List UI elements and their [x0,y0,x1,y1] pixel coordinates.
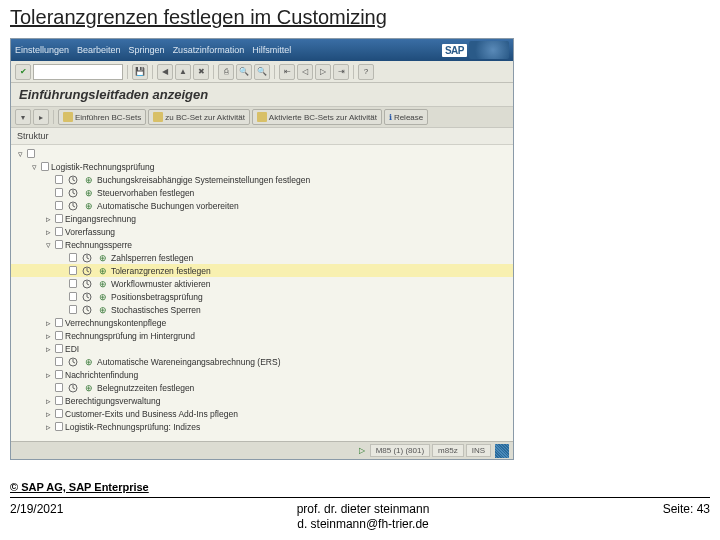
tree-row[interactable]: ⊕Stochastisches Sperren [11,303,513,316]
help-icon[interactable]: ? [358,64,374,80]
expand-toggle-icon[interactable]: ▹ [43,344,53,354]
info-icon: ℹ [389,113,392,122]
clock-icon [81,253,93,263]
menu-bearbeiten[interactable]: Bearbeiten [77,45,121,55]
back-icon[interactable]: ◀ [157,64,173,80]
exec-icon: ⊕ [83,188,95,198]
tree-label: Steuervorhaben festlegen [97,188,194,198]
command-field[interactable] [33,64,123,80]
tree-row[interactable]: ▹EDI [11,342,513,355]
prev-page-icon[interactable]: ◁ [297,64,313,80]
clock-icon [67,357,79,367]
expand-toggle-icon[interactable]: ▹ [43,331,53,341]
author-line1: prof. dr. dieter steinmann [63,502,662,517]
doc-icon [69,305,77,314]
clock-icon [81,292,93,302]
tree-row[interactable]: ⊕Steuervorhaben festlegen [11,186,513,199]
first-page-icon[interactable]: ⇤ [279,64,295,80]
tree-row[interactable]: ▹Customer-Exits und Business Add-Ins pfl… [11,407,513,420]
tree-row[interactable]: ▹Vorerfassung [11,225,513,238]
tree-row[interactable]: ▹Verrechnungskontenpflege [11,316,513,329]
tree-row[interactable]: ⊕Automatische Buchungen vorbereiten [11,199,513,212]
resize-grip-icon[interactable] [495,444,509,458]
clock-icon [81,279,93,289]
bcset-button-3[interactable]: Aktivierte BC-Sets zur Aktivität [252,109,382,125]
collapse-icon[interactable]: ▸ [33,109,49,125]
doc-icon [69,253,77,262]
tree-label: Automatische Buchungen vorbereiten [97,201,239,211]
tree-row[interactable]: ▹Logistik-Rechnungsprüfung: Indizes [11,420,513,433]
exec-icon: ⊕ [97,305,109,315]
tree-header: Struktur [11,128,513,145]
menu-einstellungen[interactable]: Einstellungen [15,45,69,55]
folder-icon [153,112,163,122]
tree-row[interactable]: ⊕Positionsbetragsprüfung [11,290,513,303]
doc-icon [55,318,63,327]
expand-toggle-icon[interactable]: ▿ [29,162,39,172]
tree-row[interactable]: ⊕Workflowmuster aktivieren [11,277,513,290]
expand-toggle-icon[interactable]: ▹ [43,370,53,380]
next-page-icon[interactable]: ▷ [315,64,331,80]
menu-springen[interactable]: Springen [129,45,165,55]
expand-toggle-icon[interactable]: ▹ [43,396,53,406]
expand-toggle-icon[interactable]: ▹ [43,227,53,237]
exec-icon: ⊕ [83,383,95,393]
tree-label: Buchungskreisabhängige Systemeinstellung… [97,175,310,185]
doc-icon [69,279,77,288]
expand-toggle-icon[interactable]: ▿ [15,149,25,159]
menubar[interactable]: Einstellungen Bearbeiten Springen Zusatz… [15,45,291,55]
tree-row[interactable]: ▹Eingangsrechnung [11,212,513,225]
release-button[interactable]: ℹRelease [384,109,428,125]
menu-hilfsmittel[interactable]: Hilfsmittel [252,45,291,55]
statusbar: ▷ M85 (1) (801) m85z INS [11,441,513,459]
tree-label: Stochastisches Sperren [111,305,201,315]
expand-toggle-icon[interactable]: ▿ [43,240,53,250]
tree-row[interactable]: ▹Berechtigungsverwaltung [11,394,513,407]
tree-row[interactable]: ⊕Zahlsperren festlegen [11,251,513,264]
print-icon[interactable]: ⎙ [218,64,234,80]
expand-toggle-icon[interactable]: ▹ [43,422,53,432]
expand-toggle-icon[interactable]: ▹ [43,409,53,419]
expand-toggle-icon[interactable]: ▹ [43,318,53,328]
tree-row[interactable]: ▹Rechnungsprüfung im Hintergrund [11,329,513,342]
doc-icon [41,162,49,171]
exit-icon[interactable]: ▲ [175,64,191,80]
tree-row[interactable]: ⊕Automatische Wareneingangsabrechnung (E… [11,355,513,368]
footer-author: prof. dr. dieter steinmann d. steinmann@… [63,502,662,532]
tree-row[interactable]: ▹Nachrichtenfindung [11,368,513,381]
release-label: Release [394,113,423,122]
sap-logo-swirl [469,41,509,59]
tree-row[interactable]: ▿ [11,147,513,160]
bcset-button-1[interactable]: Einführen BC-Sets [58,109,146,125]
tree-row[interactable]: ▿Rechnungssperre [11,238,513,251]
cancel-icon[interactable]: ✖ [193,64,209,80]
window-titlebar: Einstellungen Bearbeiten Springen Zusatz… [11,39,513,61]
last-page-icon[interactable]: ⇥ [333,64,349,80]
save-icon[interactable]: 💾 [132,64,148,80]
tree-label: Workflowmuster aktivieren [111,279,211,289]
tree-row[interactable]: ⊕Toleranzgrenzen festlegen [11,264,513,277]
doc-icon [55,422,63,431]
tree-row[interactable]: ⊕Belegnutzzeiten festlegen [11,381,513,394]
tree-row[interactable]: ▿Logistik-Rechnungsprüfung [11,160,513,173]
find-next-icon[interactable]: 🔍 [254,64,270,80]
exec-icon: ⊕ [83,175,95,185]
tree-label: Vorerfassung [65,227,115,237]
tree-label: Zahlsperren festlegen [111,253,193,263]
bcset-label-2: zu BC-Set zur Aktivität [165,113,245,122]
img-tree[interactable]: ▿▿Logistik-Rechnungsprüfung⊕Buchungskrei… [11,145,513,455]
clock-icon [67,383,79,393]
doc-icon [55,227,63,236]
clock-icon [67,188,79,198]
sap-logo: SAP [442,41,509,59]
menu-zusatzinfo[interactable]: Zusatzinformation [173,45,245,55]
expand-toggle-icon[interactable]: ▹ [43,214,53,224]
bcset-button-2[interactable]: zu BC-Set zur Aktivität [148,109,250,125]
enter-button[interactable]: ✔ [15,64,31,80]
bcset-label-1: Einführen BC-Sets [75,113,141,122]
find-icon[interactable]: 🔍 [236,64,252,80]
tree-label: Belegnutzzeiten festlegen [97,383,194,393]
doc-icon [55,188,63,197]
expand-icon[interactable]: ▾ [15,109,31,125]
tree-row[interactable]: ⊕Buchungskreisabhängige Systemeinstellun… [11,173,513,186]
